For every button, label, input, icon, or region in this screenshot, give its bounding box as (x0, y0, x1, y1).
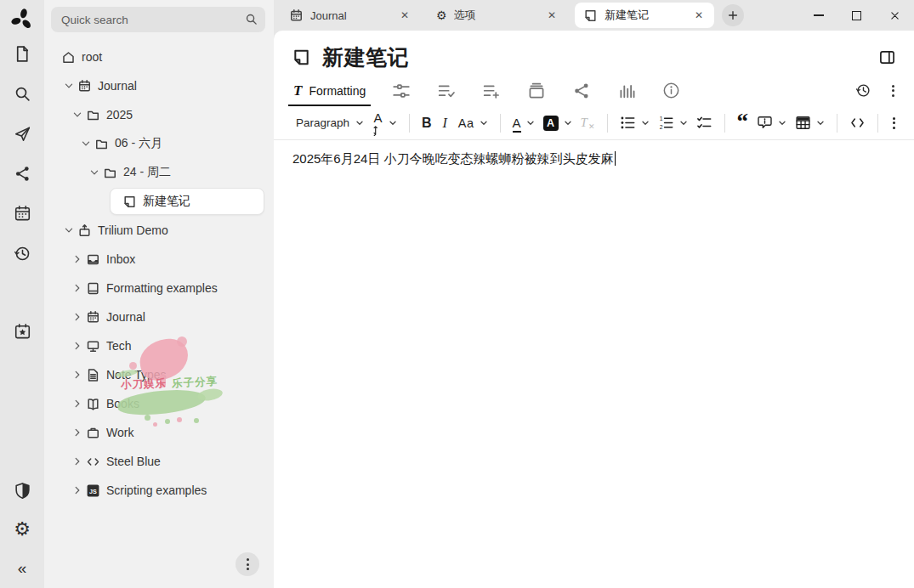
tree-item-24[interactable]: 24 - 周二 (44, 158, 274, 187)
toolbar-numbered-list-button[interactable]: 12 (654, 111, 692, 134)
background-color-icon: A (543, 116, 559, 131)
ribbon-note-info-button[interactable] (661, 75, 682, 106)
tab-item-1[interactable]: ⚙ 选项 ✕ (428, 3, 567, 28)
launcher-today-button[interactable] (0, 312, 44, 352)
home-icon (61, 50, 76, 65)
expander-right-icon[interactable] (70, 483, 84, 498)
toolbar-remove-formatting-button: T✕ (576, 112, 599, 134)
admonition-icon (757, 115, 773, 131)
toolbar-todo-list-button[interactable] (692, 111, 717, 134)
toggle-right-pane-button[interactable] (877, 48, 897, 67)
toolbar-label: Aa (458, 116, 474, 130)
toolbar-bold-button[interactable]: B (417, 112, 436, 134)
tree-item-steel-blue[interactable]: Steel Blue (44, 447, 274, 476)
toolbar-text-style-button[interactable]: Aa (454, 113, 492, 133)
expander-down-icon[interactable] (70, 108, 84, 122)
expander-right-icon[interactable] (70, 455, 84, 469)
expander-right-icon[interactable] (70, 252, 84, 267)
window-controls (799, 0, 914, 31)
expander-down-icon[interactable] (61, 223, 76, 238)
tree-item-label: Trilium Demo (98, 223, 168, 237)
minimize-button[interactable] (799, 0, 837, 31)
launcher-note-map-button[interactable] (0, 154, 44, 194)
tree-item-root[interactable]: root (44, 42, 274, 71)
more-options-button[interactable] (889, 85, 897, 97)
launcher-settings-button[interactable]: ⚙ (0, 510, 44, 549)
launcher-calendar-button[interactable] (0, 194, 44, 234)
launcher-new-note-button[interactable] (0, 34, 44, 74)
new-tab-button[interactable] (722, 4, 744, 26)
ribbon-similar-notes-button[interactable] (616, 75, 638, 106)
italic-t-icon: T (293, 82, 302, 99)
tab-journal[interactable]: Journal ✕ (281, 3, 420, 28)
toolbar-code-block-button[interactable] (845, 111, 870, 134)
ribbon-note-paths-button[interactable] (525, 75, 548, 106)
toolbar-label: B (422, 116, 432, 131)
toolbar-background-color-button[interactable]: A (539, 112, 576, 134)
expander-down-icon[interactable] (87, 166, 101, 180)
expander-right-icon[interactable] (70, 368, 84, 382)
ribbon-bar: T Formatting (274, 75, 914, 106)
toolbar-italic-button[interactable]: I (436, 112, 454, 134)
tree-item-journal[interactable]: Journal (44, 302, 274, 331)
launcher-protected-session-button[interactable] (0, 471, 44, 510)
expander-right-icon[interactable] (70, 339, 84, 353)
tree-item-formatting-examples[interactable]: Formatting examples (44, 274, 274, 302)
more-options-icon (889, 85, 897, 97)
tab-close-icon[interactable]: ✕ (692, 8, 706, 22)
tree-item-note-types[interactable]: Note Types (44, 360, 274, 389)
chevron-down-icon (641, 119, 650, 127)
ribbon-tab-formatting[interactable]: T Formatting (292, 75, 367, 106)
quick-search-input[interactable] (51, 7, 265, 32)
toolbar-heading-style-button[interactable]: Paragraph (292, 113, 368, 133)
tree-item-books[interactable]: Books (44, 389, 274, 418)
tree-item-06[interactable]: 06 - 六月 (44, 129, 274, 158)
tree-item-tech[interactable]: Tech (44, 331, 274, 360)
ribbon-inherited-attributes-button[interactable] (480, 75, 502, 106)
toolbar-block-quote-button[interactable]: “ (733, 114, 753, 133)
expander-right-icon[interactable] (70, 281, 84, 296)
search-icon (245, 13, 258, 25)
ribbon-owned-attributes-button[interactable] (435, 75, 457, 106)
chevron-down-icon (816, 119, 825, 127)
expander-right-icon[interactable] (70, 426, 84, 440)
editor-area[interactable]: 2025年6月24日 小刀今晚吃变态辣螺蛳粉被辣到头皮发麻 (274, 140, 914, 588)
expander-right-icon[interactable] (70, 310, 84, 325)
owned-attributes-icon (437, 82, 456, 100)
launcher-search-button[interactable] (0, 74, 44, 114)
toolbar-bulleted-list-button[interactable] (616, 111, 654, 134)
launcher-collapse-pane-button[interactable]: « (0, 549, 44, 588)
expander-down-icon[interactable] (61, 79, 76, 93)
ribbon-note-map-button[interactable] (571, 75, 593, 106)
tree-item-trilium-demo[interactable]: Trilium Demo (44, 216, 274, 245)
tree-more-button[interactable] (236, 552, 259, 576)
expander-down-icon[interactable] (78, 137, 93, 151)
tree-item-2025[interactable]: 2025 (44, 100, 274, 129)
tree-item-inbox[interactable]: Inbox (44, 245, 274, 274)
note-title[interactable]: 新建笔记 (322, 43, 409, 71)
tab-close-icon[interactable]: ✕ (398, 8, 412, 22)
settings-icon: ⚙ (14, 520, 31, 539)
close-button[interactable] (876, 0, 914, 31)
tab-close-icon[interactable]: ✕ (545, 8, 559, 22)
toolbar-more-formatting-button[interactable] (886, 114, 902, 133)
tree-item-work[interactable]: Work (44, 418, 274, 447)
toolbar-font-color-button[interactable]: A (508, 113, 539, 133)
ribbon-basic-properties-button[interactable] (390, 75, 412, 106)
toolbar-font-size-button[interactable]: A (368, 107, 401, 139)
toolbar-insert-table-button[interactable] (791, 111, 829, 134)
toolbar-admonition-button[interactable] (752, 111, 791, 134)
note-revisions-button[interactable] (855, 82, 871, 99)
expander-right-icon[interactable] (70, 397, 84, 411)
note-map-icon (14, 165, 31, 183)
tree-item-item-5[interactable]: 新建笔记 (44, 187, 274, 216)
note-title-row: 新建笔记 (274, 31, 914, 75)
tab-item-2[interactable]: 新建笔记 ✕ (575, 3, 714, 28)
folder-icon (86, 108, 100, 122)
maximize-button[interactable] (837, 0, 876, 31)
launcher-jump-to-note-button[interactable] (0, 114, 44, 154)
tree-item-scripting-examples[interactable]: JS Scripting examples (44, 476, 274, 505)
launcher-recent-changes-button[interactable] (0, 234, 44, 274)
search-icon (14, 85, 31, 103)
tree-item-journal[interactable]: Journal (44, 71, 274, 100)
